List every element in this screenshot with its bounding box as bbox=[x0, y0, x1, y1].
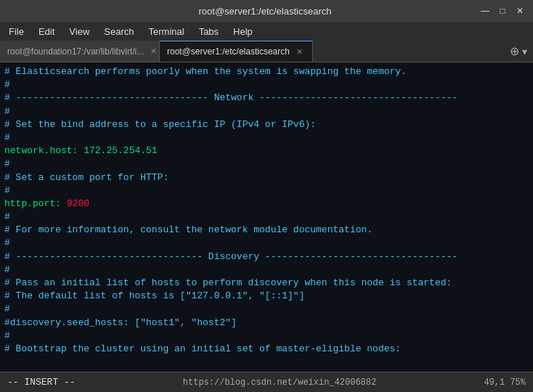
line-15: # --------------------------------- Disc… bbox=[4, 250, 529, 264]
line-2: # bbox=[4, 78, 529, 91]
title-bar: root@server1:/etc/elasticsearch — □ ✕ bbox=[0, 0, 533, 22]
tab-bar: root@foundation17:/var/lib/libvirt/i... … bbox=[0, 41, 533, 62]
line-12: # bbox=[4, 211, 529, 224]
line-18: # The default list of hosts is ["127.0.0… bbox=[4, 290, 529, 303]
line-17: # Pass an initial list of hosts to perfo… bbox=[4, 277, 529, 290]
line-9: # Set a custom port for HTTP: bbox=[4, 171, 529, 184]
line-20: #discovery.seed_hosts: ["host1", "host2"… bbox=[4, 317, 529, 330]
tab-menu-icon[interactable]: ▾ bbox=[522, 46, 527, 57]
line-4: # bbox=[4, 105, 529, 118]
new-tab-icon[interactable]: ⊕ bbox=[510, 44, 519, 58]
menu-tabs[interactable]: Tabs bbox=[193, 25, 224, 38]
line-6: # bbox=[4, 131, 529, 144]
line-7: network.host: 172.25.254.51 bbox=[4, 144, 529, 158]
maximize-button[interactable]: □ bbox=[497, 5, 508, 17]
line-22: # Bootstrap the cluster using an initial… bbox=[4, 343, 529, 356]
tab-label-foundation: root@foundation17:/var/lib/libvirt/i... bbox=[7, 46, 144, 57]
line-10: # bbox=[4, 184, 529, 197]
tab-close-elasticsearch[interactable]: ✕ bbox=[294, 46, 305, 57]
minimize-button[interactable]: — bbox=[479, 5, 491, 17]
menu-bar: File Edit View Search Terminal Tabs Help bbox=[0, 22, 533, 41]
menu-terminal[interactable]: Terminal bbox=[143, 25, 190, 38]
status-bar: -- INSERT -- https://blog.csdn.net/weixi… bbox=[0, 372, 533, 392]
menu-help[interactable]: Help bbox=[227, 25, 259, 38]
menu-view[interactable]: View bbox=[63, 25, 95, 38]
line-16: # bbox=[4, 264, 529, 277]
tab-close-foundation[interactable]: ✕ bbox=[148, 46, 159, 57]
terminal-content: # Elasticsearch performs poorly when the… bbox=[0, 62, 533, 372]
line-5: # Set the bind address to a specific IP … bbox=[4, 118, 529, 131]
menu-edit[interactable]: Edit bbox=[33, 25, 60, 38]
insert-mode-indicator: -- INSERT -- bbox=[7, 377, 76, 388]
line-21: # bbox=[4, 330, 529, 343]
tab-foundation[interactable]: root@foundation17:/var/lib/libvirt/i... … bbox=[0, 41, 160, 62]
tab-elasticsearch[interactable]: root@server1:/etc/elasticsearch ✕ bbox=[160, 41, 313, 62]
cursor-position: 49,1 75% bbox=[484, 377, 526, 388]
window-title: root@server1:/etc/elasticsearch bbox=[51, 6, 479, 17]
tab-label-elasticsearch: root@server1:/etc/elasticsearch bbox=[167, 46, 290, 57]
status-url: https://blog.csdn.net/weixin_42006882 bbox=[183, 377, 376, 388]
close-button[interactable]: ✕ bbox=[514, 5, 526, 17]
line-14: # bbox=[4, 237, 529, 250]
menu-search[interactable]: Search bbox=[98, 25, 139, 38]
line-11: http.port: 9200 bbox=[4, 197, 529, 211]
line-1: # Elasticsearch performs poorly when the… bbox=[4, 65, 529, 78]
line-3: # ---------------------------------- Net… bbox=[4, 91, 529, 105]
line-19: # bbox=[4, 303, 529, 316]
line-8: # bbox=[4, 158, 529, 171]
menu-file[interactable]: File bbox=[3, 25, 30, 38]
line-13: # For more information, consult the netw… bbox=[4, 224, 529, 237]
